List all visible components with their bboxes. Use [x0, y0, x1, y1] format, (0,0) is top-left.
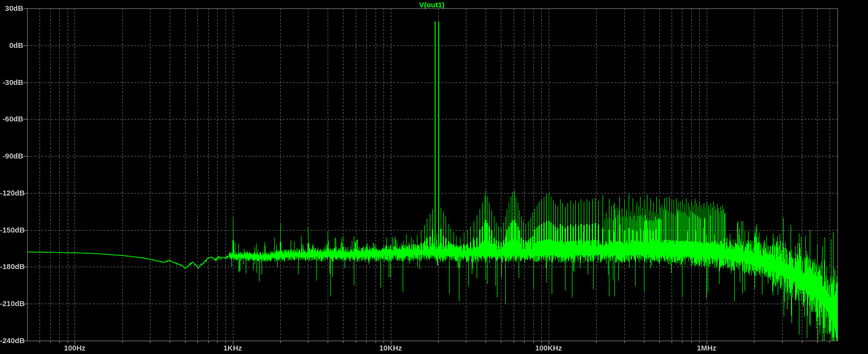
y-axis-tick-label: -210dB	[0, 299, 23, 308]
y-axis-tick-label: -90dB	[0, 152, 23, 160]
y-axis-tick-label: -30dB	[0, 78, 23, 86]
x-axis-tick-label: 1KHz	[208, 344, 258, 352]
ltspice-waveform-window: V(out1) 30dB0dB-30dB-60dB-90dB-120dB-150…	[0, 0, 868, 354]
x-axis-tick-label: 100KHz	[524, 344, 573, 352]
y-axis-tick-label: 30dB	[0, 4, 23, 12]
fft-plot-canvas[interactable]	[0, 0, 868, 354]
trace-legend-label[interactable]: V(out1)	[392, 0, 471, 9]
y-axis-tick-label: 0dB	[0, 41, 23, 49]
x-axis-tick-label: 100Hz	[50, 344, 99, 352]
y-axis-tick-label: -240dB	[0, 336, 23, 345]
y-axis-tick-label: -180dB	[0, 262, 23, 271]
y-axis-tick-label: -150dB	[0, 226, 23, 234]
y-axis-tick-label: -120dB	[0, 189, 23, 197]
y-axis-tick-label: -60dB	[0, 115, 23, 123]
x-axis-tick-label: 10KHz	[366, 344, 415, 352]
x-axis-tick-label: 1MHz	[682, 344, 731, 352]
